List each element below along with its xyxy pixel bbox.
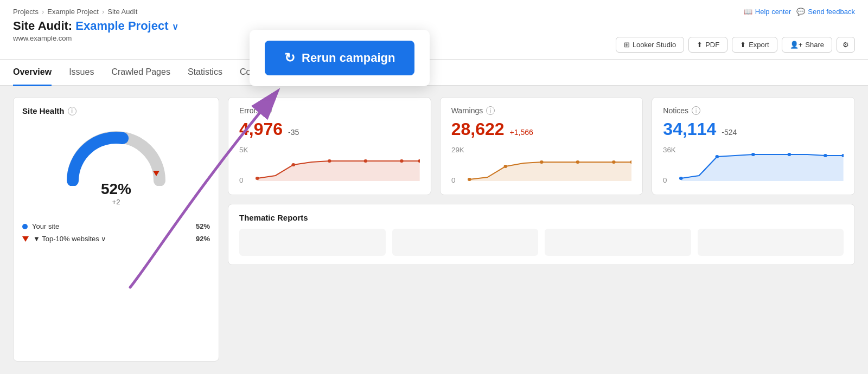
- thematic-item-4[interactable]: [698, 229, 844, 256]
- thematic-reports-card: Thematic Reports: [228, 204, 855, 265]
- svg-marker-21: [681, 154, 844, 181]
- nav-tabs: Overview Issues Crawled Pages Statistics…: [0, 60, 868, 86]
- tab-issues[interactable]: Issues: [69, 60, 94, 86]
- stats-row: Errors i 4,976 -35 5K 0: [228, 97, 855, 195]
- svg-point-25: [788, 153, 792, 156]
- stats-area: Errors i 4,976 -35 5K 0: [228, 97, 855, 362]
- thematic-item-3[interactable]: [545, 229, 691, 256]
- warnings-label: Warnings i: [451, 106, 632, 115]
- site-health-info-icon[interactable]: i: [68, 107, 76, 115]
- errors-chart: 5K 0: [239, 146, 420, 184]
- looker-label: Looker Studio: [633, 41, 676, 49]
- book-icon: 📖: [744, 8, 752, 16]
- rerun-icon: ↻: [284, 50, 295, 66]
- notices-label: Notices i: [663, 106, 844, 115]
- svg-point-22: [679, 177, 683, 180]
- gauge-change: +2: [112, 198, 120, 206]
- svg-marker-12: [469, 162, 631, 181]
- top10-triangle-icon: [22, 236, 29, 242]
- rerun-campaign-button[interactable]: ↻ Rerun campaign: [265, 41, 414, 75]
- breadcrumb-projects[interactable]: Projects: [13, 8, 39, 16]
- site-url: www.example.com: [13, 34, 178, 42]
- upload-icon: ⬆: [697, 41, 703, 49]
- svg-point-6: [328, 159, 331, 163]
- pdf-label: PDF: [705, 41, 719, 49]
- export-label: Export: [749, 41, 769, 49]
- breadcrumb-example-project[interactable]: Example Project: [47, 8, 99, 16]
- thematic-item-2[interactable]: [392, 229, 539, 256]
- svg-marker-3: [257, 161, 419, 181]
- svg-point-24: [751, 153, 755, 156]
- svg-point-8: [400, 159, 404, 163]
- rerun-box: ↻ Rerun campaign: [250, 30, 430, 86]
- breadcrumb: Projects › Example Project › Site Audit: [13, 0, 855, 16]
- svg-text:0: 0: [239, 177, 243, 184]
- top-right-links: 📖 Help center 💬 Send feedback: [744, 8, 855, 16]
- breadcrumb-site-audit: Site Audit: [107, 8, 137, 16]
- svg-point-4: [256, 177, 259, 180]
- warnings-card: Warnings i 28,622 +1,566 29K 0: [440, 97, 643, 195]
- warnings-info-icon[interactable]: i: [486, 106, 495, 115]
- gauge-chart: [62, 126, 170, 186]
- svg-text:29K: 29K: [451, 147, 464, 154]
- warnings-chart: 29K 0: [451, 146, 632, 184]
- export-icon: ⬆: [740, 41, 746, 49]
- notices-value-row: 34,114 -524: [663, 119, 844, 139]
- title-prefix: Site Audit:: [13, 19, 72, 33]
- errors-value-row: 4,976 -35: [239, 119, 420, 139]
- page-title: Site Audit: Example Project ∨: [13, 19, 178, 33]
- share-button[interactable]: 👤+ Share: [782, 37, 832, 53]
- legend-your-site: Your site 52%: [22, 220, 210, 233]
- errors-label: Errors i: [239, 106, 420, 115]
- thematic-item-1[interactable]: [239, 229, 386, 256]
- legend-top10-left: ▼ Top-10% websites ∨: [22, 235, 106, 243]
- site-health-title: Site Health i: [22, 106, 210, 115]
- top10-value: 92%: [196, 235, 210, 243]
- errors-info-icon[interactable]: i: [263, 106, 272, 115]
- breadcrumb-sep-1: ›: [42, 8, 44, 16]
- main-content: Site Health i 52% +2 Your site: [0, 86, 868, 372]
- export-button[interactable]: ⬆ Export: [732, 37, 777, 53]
- your-site-dot: [22, 224, 28, 229]
- svg-point-13: [468, 178, 471, 181]
- looker-icon: ⊞: [624, 41, 630, 49]
- project-name[interactable]: Example Project: [75, 19, 168, 33]
- help-center-label: Help center: [755, 8, 791, 16]
- send-feedback-label: Send feedback: [808, 8, 855, 16]
- tab-statistics[interactable]: Statistics: [188, 60, 222, 86]
- errors-value: 4,976: [239, 119, 283, 139]
- warnings-value-row: 28,622 +1,566: [451, 119, 632, 139]
- notices-chart: 36K 0: [663, 146, 844, 184]
- send-feedback-link[interactable]: 💬 Send feedback: [796, 8, 855, 16]
- tab-overview[interactable]: Overview: [13, 60, 52, 86]
- svg-point-14: [503, 165, 507, 168]
- rerun-label: Rerun campaign: [302, 51, 395, 65]
- svg-text:0: 0: [451, 177, 455, 184]
- breadcrumb-sep-2: ›: [102, 8, 104, 16]
- svg-point-15: [540, 160, 544, 164]
- pdf-button[interactable]: ⬆ PDF: [688, 37, 727, 53]
- notices-delta: -524: [722, 128, 737, 137]
- tab-crawled-pages[interactable]: Crawled Pages: [111, 60, 170, 86]
- gauge-container: 52% +2: [22, 121, 210, 211]
- top-bar: Projects › Example Project › Site Audit …: [0, 0, 868, 60]
- your-site-value: 52%: [196, 222, 210, 230]
- svg-text:0: 0: [663, 177, 667, 184]
- warnings-label-text: Warnings: [451, 106, 483, 115]
- warnings-delta: +1,566: [510, 128, 533, 137]
- notices-label-text: Notices: [663, 106, 688, 115]
- toolbar-buttons: ⊞ Looker Studio ⬆ PDF ⬆ Export 👤+ Share …: [616, 37, 855, 53]
- top10-label[interactable]: ▼ Top-10% websites ∨: [33, 235, 106, 243]
- help-center-link[interactable]: 📖 Help center: [744, 8, 791, 16]
- chevron-down-icon[interactable]: ∨: [172, 22, 178, 31]
- settings-button[interactable]: ⚙: [837, 37, 855, 53]
- errors-card: Errors i 4,976 -35 5K 0: [228, 97, 431, 195]
- notices-info-icon[interactable]: i: [692, 106, 700, 115]
- gauge-percent: 52%: [101, 180, 131, 198]
- site-health-card: Site Health i 52% +2 Your site: [13, 97, 219, 362]
- gear-icon: ⚙: [843, 41, 849, 49]
- looker-studio-button[interactable]: ⊞ Looker Studio: [616, 37, 684, 53]
- svg-point-5: [291, 163, 295, 166]
- notices-card: Notices i 34,114 -524 36K 0: [652, 97, 855, 195]
- site-health-label: Site Health: [22, 106, 65, 115]
